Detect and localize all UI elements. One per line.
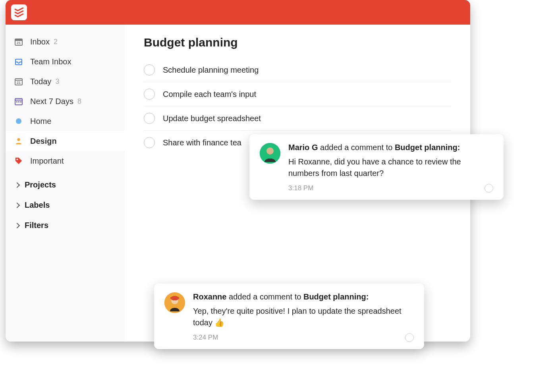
- sidebar-item-home[interactable]: Home: [6, 111, 125, 131]
- task-row[interactable]: Schedule planning meeting: [144, 58, 451, 82]
- svg-rect-11: [20, 101, 21, 102]
- task-label: Schedule planning meeting: [163, 66, 259, 75]
- sidebar-section-projects[interactable]: Projects: [6, 175, 125, 195]
- sidebar-item-count: 8: [77, 97, 81, 106]
- tag-icon: [14, 156, 24, 166]
- notification-text: Hi Roxanne, did you have a chance to rev…: [288, 156, 493, 179]
- chevron-right-icon: [14, 222, 20, 228]
- task-checkbox[interactable]: [144, 137, 155, 148]
- svg-point-13: [17, 159, 18, 160]
- notification-time: 3:24 PM: [193, 334, 218, 342]
- dismiss-button[interactable]: [485, 184, 493, 193]
- sidebar-section-labels[interactable]: Labels: [6, 195, 125, 215]
- svg-point-15: [266, 147, 274, 154]
- project-title: Budget planning: [144, 36, 451, 49]
- notification-body: Mario G added a comment to Budget planni…: [288, 143, 493, 193]
- notification-target: Budget planning:: [395, 143, 460, 152]
- sidebar-item-count: 2: [54, 38, 58, 46]
- sidebar: 21 Inbox 2 Team Inbox 21 Today 3: [6, 25, 125, 342]
- sidebar-item-next-7-days[interactable]: Next 7 Days 8: [6, 91, 125, 111]
- sidebar-item-label: Home: [30, 117, 51, 126]
- sidebar-item-team-inbox[interactable]: Team Inbox: [6, 52, 125, 71]
- avatar: [260, 143, 280, 164]
- task-label: Compile each team's input: [163, 90, 256, 99]
- sidebar-section-filters[interactable]: Filters: [6, 215, 125, 236]
- task-row[interactable]: Compile each team's input: [144, 82, 451, 106]
- sidebar-item-label: Today: [30, 77, 51, 86]
- sidebar-item-count: 3: [55, 77, 59, 86]
- task-label: Update budget spreadsheet: [163, 114, 261, 123]
- today-icon: 21: [14, 76, 24, 87]
- topbar: [6, 0, 470, 25]
- chevron-right-icon: [14, 202, 20, 208]
- svg-text:21: 21: [17, 41, 21, 45]
- notification-card[interactable]: Mario G added a comment to Budget planni…: [249, 134, 504, 200]
- sidebar-item-design[interactable]: Design: [6, 131, 125, 151]
- notification-author: Mario G: [288, 143, 318, 152]
- sidebar-item-label: Design: [30, 137, 57, 146]
- sidebar-section-label: Filters: [25, 221, 48, 230]
- sidebar-section-label: Projects: [25, 180, 56, 189]
- sidebar-item-today[interactable]: 21 Today 3: [6, 71, 125, 91]
- team-inbox-icon: [14, 56, 24, 67]
- notification-time: 3:18 PM: [288, 184, 313, 192]
- notification-action: added a comment to: [320, 143, 392, 152]
- notification-header: Mario G added a comment to Budget planni…: [288, 143, 493, 152]
- sidebar-item-label: Inbox: [30, 37, 50, 46]
- dismiss-button[interactable]: [405, 333, 414, 342]
- todoist-logo-icon: [14, 7, 24, 17]
- notification-action: added a comment to: [229, 292, 301, 301]
- person-icon: [14, 136, 24, 146]
- task-checkbox[interactable]: [144, 89, 155, 100]
- project-dot-icon: [14, 116, 24, 126]
- next-7-days-icon: [14, 96, 24, 106]
- app-logo[interactable]: [11, 4, 27, 20]
- notification-text: Yep, they're quite positive! I plan to u…: [193, 305, 414, 328]
- notification-body: Roxanne added a comment to Budget planni…: [193, 292, 414, 342]
- sidebar-section-label: Labels: [25, 201, 50, 210]
- svg-rect-9: [16, 101, 17, 102]
- inbox-icon: 21: [14, 37, 24, 47]
- task-checkbox[interactable]: [144, 64, 155, 75]
- sidebar-item-important[interactable]: Important: [6, 151, 125, 171]
- chevron-right-icon: [14, 182, 20, 187]
- task-checkbox[interactable]: [144, 113, 155, 124]
- svg-text:21: 21: [17, 81, 21, 85]
- notification-header: Roxanne added a comment to Budget planni…: [193, 292, 414, 301]
- svg-rect-10: [18, 101, 19, 102]
- sidebar-item-label: Next 7 Days: [30, 97, 73, 106]
- sidebar-item-label: Important: [30, 156, 64, 166]
- notification-card[interactable]: Roxanne added a comment to Budget planni…: [154, 284, 424, 349]
- notification-target: Budget planning:: [303, 292, 369, 301]
- avatar: [164, 292, 185, 313]
- svg-point-12: [17, 138, 20, 141]
- sidebar-item-inbox[interactable]: 21 Inbox 2: [6, 32, 125, 52]
- notification-author: Roxanne: [193, 292, 226, 301]
- task-label: Share with finance tea: [163, 138, 241, 147]
- sidebar-item-label: Team Inbox: [30, 57, 71, 66]
- task-row[interactable]: Update budget spreadsheet: [144, 106, 451, 131]
